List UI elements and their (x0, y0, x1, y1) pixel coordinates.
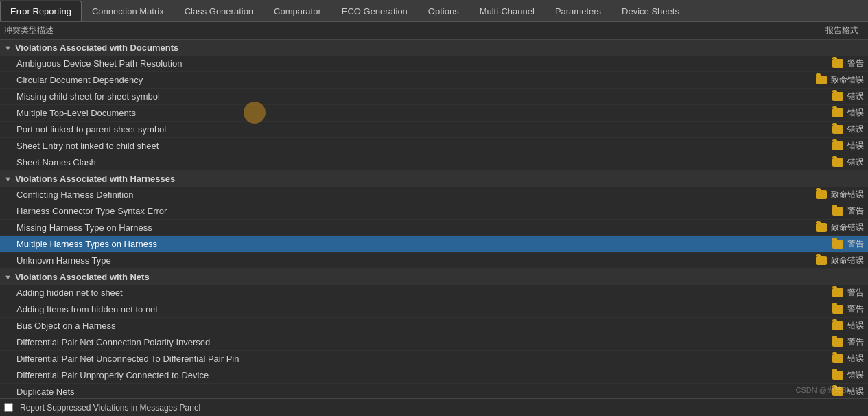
tab-connection-matrix[interactable]: Connection Matrix (82, 1, 174, 21)
item-right: 警告 (832, 303, 864, 315)
item-label: Port not linked to parent sheet symbol (16, 124, 166, 135)
severity-badge: 警告 (847, 336, 864, 348)
item-label: Conflicting Harness Definition (16, 189, 134, 200)
bottom-bar: Report Suppressed Violations in Messages… (0, 398, 868, 416)
item-right: 警告 (832, 287, 864, 299)
severity-badge: 错误 (847, 320, 864, 332)
item-label: Unknown Harness Type (16, 255, 111, 266)
tab-options[interactable]: Options (418, 1, 469, 21)
list-item[interactable]: Adding hidden net to sheet警告 (0, 285, 868, 301)
tab-bar: Error ReportingConnection MatrixClass Ge… (0, 0, 868, 22)
list-item[interactable]: Unknown Harness Type致命错误 (0, 253, 868, 269)
severity-badge: 错误 (847, 369, 864, 381)
item-label: Differential Pair Net Connection Polarit… (16, 337, 210, 347)
severity-badge: 致命错误 (831, 255, 864, 266)
item-right: 警告 (832, 58, 864, 69)
item-label: Harness Connector Type Syntax Error (16, 206, 167, 216)
tab-error-reporting[interactable]: Error Reporting (0, 1, 82, 21)
item-label: Multiple Harness Types on Harness (16, 239, 157, 249)
folder-icon (832, 92, 843, 101)
list-item[interactable]: Sheet Entry not linked to child sheet错误 (0, 138, 868, 154)
list-item[interactable]: Bus Object on a Harness错误 (0, 318, 868, 334)
folder-icon (832, 240, 843, 249)
list-item[interactable]: Circular Document Dependency致命错误 (0, 72, 868, 89)
folder-icon (832, 305, 843, 314)
list-item[interactable]: Sheet Names Clash错误 (0, 154, 868, 171)
severity-badge: 错误 (847, 107, 864, 119)
tab-multi-channel[interactable]: Multi-Channel (469, 1, 545, 21)
tab-comparator[interactable]: Comparator (263, 1, 331, 21)
list-item[interactable]: Port not linked to parent sheet symbol错误 (0, 122, 868, 138)
folder-icon (832, 141, 843, 150)
list-item[interactable]: Conflicting Harness Definition致命错误 (0, 187, 868, 203)
item-label: Differential Pair Unproperly Connected t… (16, 370, 209, 380)
folder-icon (832, 207, 843, 216)
severity-badge: 警告 (847, 287, 864, 299)
folder-icon (816, 76, 827, 84)
list-item[interactable]: Missing Harness Type on Harness致命错误 (0, 220, 868, 236)
section-arrow-nets: ▼ (4, 273, 12, 281)
section-label-documents: Violations Associated with Documents (15, 43, 178, 53)
item-label: Duplicate Nets (16, 386, 75, 397)
item-right: 错误 (832, 140, 864, 152)
list-item[interactable]: Differential Pair Net Connection Polarit… (0, 334, 868, 351)
section-arrow-harnesses: ▼ (4, 175, 12, 183)
violations-list: ▼Violations Associated with DocumentsAmb… (0, 40, 868, 398)
item-right: 错误 (832, 91, 864, 102)
severity-badge: 错误 (847, 140, 864, 152)
item-right: 警告 (832, 336, 864, 348)
list-item[interactable]: Differential Pair Unproperly Connected t… (0, 367, 868, 384)
tab-parameters[interactable]: Parameters (545, 1, 611, 21)
item-right: 错误 (832, 157, 864, 168)
item-right: 错误 (832, 107, 864, 119)
item-right: 警告 (832, 238, 864, 250)
section-label-nets: Violations Associated with Nets (15, 272, 150, 282)
item-right: 错误 (832, 353, 864, 365)
folder-icon (832, 125, 843, 134)
folder-icon (816, 256, 827, 265)
item-label: Differential Pair Net Unconnected To Dif… (16, 354, 239, 364)
severity-badge: 错误 (847, 157, 864, 168)
severity-badge: 警告 (847, 303, 864, 315)
section-nets[interactable]: ▼Violations Associated with Nets (0, 269, 868, 285)
item-label: Missing child sheet for sheet symbol (16, 91, 160, 102)
folder-icon (816, 223, 827, 232)
list-item[interactable]: Differential Pair Net Unconnected To Dif… (0, 351, 868, 367)
item-right: 错误 (832, 320, 864, 332)
tab-device-sheets[interactable]: Device Sheets (611, 1, 690, 21)
section-documents[interactable]: ▼Violations Associated with Documents (0, 40, 868, 56)
item-right: 致命错误 (816, 222, 864, 233)
folder-icon (832, 158, 843, 167)
folder-icon (832, 338, 843, 347)
severity-badge: 错误 (847, 353, 864, 365)
item-right: 错误 (832, 386, 864, 397)
item-label: Multiple Top-Level Documents (16, 108, 136, 118)
list-item[interactable]: Ambiguous Device Sheet Path Resolution警告 (0, 56, 868, 72)
folder-icon (832, 354, 843, 363)
suppress-violations-checkbox[interactable] (4, 403, 13, 412)
item-label: Sheet Names Clash (16, 157, 96, 167)
section-label-harnesses: Violations Associated with Harnesses (15, 174, 175, 184)
list-item[interactable]: Multiple Harness Types on Harness警告 (0, 236, 868, 253)
list-item[interactable]: Duplicate Nets错误 (0, 384, 868, 398)
item-right: 警告 (832, 205, 864, 217)
list-item[interactable]: Adding Items from hidden net to net警告 (0, 301, 868, 318)
folder-icon (832, 371, 843, 380)
item-right: 错误 (832, 369, 864, 381)
severity-badge: 警告 (847, 58, 864, 69)
folder-icon (832, 321, 843, 330)
item-label: Adding Items from hidden net to net (16, 304, 158, 314)
item-label: Ambiguous Device Sheet Path Resolution (16, 58, 182, 69)
list-item[interactable]: Multiple Top-Level Documents错误 (0, 105, 868, 122)
list-item[interactable]: Harness Connector Type Syntax Error警告 (0, 203, 868, 220)
severity-badge: 致命错误 (831, 74, 864, 86)
suppress-violations-label: Report Suppressed Violations in Messages… (20, 403, 200, 413)
item-label: Adding hidden net to sheet (16, 288, 123, 298)
section-harnesses[interactable]: ▼Violations Associated with Harnesses (0, 171, 868, 187)
list-item[interactable]: Missing child sheet for sheet symbol错误 (0, 89, 868, 105)
folder-icon (832, 59, 843, 68)
tab-eco-generation[interactable]: ECO Generation (331, 1, 418, 21)
folder-icon (816, 190, 827, 199)
item-right: 致命错误 (816, 74, 864, 86)
tab-class-generation[interactable]: Class Generation (174, 1, 263, 21)
